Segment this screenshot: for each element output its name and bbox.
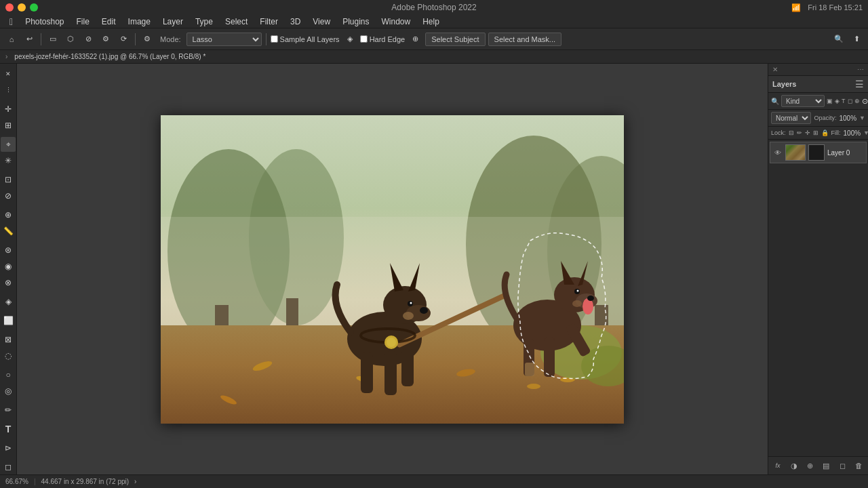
brush-preset-btn[interactable]: ⊘ <box>81 32 96 47</box>
layer-item[interactable]: 👁 Layer 0 <box>770 142 867 163</box>
layers-lock-bar: Lock: ⊟ ✏ ✛ ⊞ 🔒 Fill: 100% ▼ <box>768 127 868 140</box>
layer-thumb-inner <box>786 145 805 160</box>
refresh-btn[interactable]: ⟳ <box>116 32 131 47</box>
minimize-button[interactable] <box>18 3 26 12</box>
menu-window[interactable]: Window <box>376 16 416 28</box>
eraser-tool[interactable]: ⬜ <box>1 313 16 328</box>
fill-value[interactable]: 100% <box>844 129 861 137</box>
layer-mask-btn[interactable]: ◑ <box>788 460 800 472</box>
filter-shape-icon[interactable]: ◻ <box>848 96 852 106</box>
select-subject-button[interactable]: Select Subject <box>425 33 485 46</box>
select-mask-button[interactable]: Select and Mask... <box>488 33 562 46</box>
layer-delete-btn[interactable]: 🗑 <box>852 460 865 472</box>
crop-tool[interactable]: ⊡ <box>1 172 16 187</box>
mode-select[interactable]: Lasso Polygonal Lasso Magnetic Lasso <box>186 33 262 46</box>
lock-label: Lock: <box>771 129 786 136</box>
layers-list: 👁 Layer 0 <box>768 140 868 456</box>
panel-expand-tool[interactable]: ⋮ <box>1 83 16 98</box>
layer-adjustment-btn[interactable]: ⊕ <box>804 460 816 472</box>
menu-select[interactable]: Select <box>220 16 253 28</box>
filter-toggle-btn[interactable]: ⊙ <box>862 96 868 106</box>
menu-plugins[interactable]: Plugins <box>337 16 374 28</box>
close-button[interactable] <box>5 3 14 12</box>
eyedropper-tool[interactable]: ⊕ <box>1 207 16 222</box>
blur-tool[interactable]: ○ <box>1 367 16 382</box>
filter-smart-icon[interactable]: ⊕ <box>854 96 860 106</box>
menu-filter[interactable]: Filter <box>254 16 283 28</box>
menu-edit[interactable]: Edit <box>96 16 121 28</box>
menu-image[interactable]: Image <box>123 16 156 28</box>
fill-arrow[interactable]: ▼ <box>863 129 868 136</box>
move-tool[interactable]: ✛ <box>1 102 16 117</box>
layer-mask-thumbnail[interactable] <box>808 144 825 161</box>
shape-tool[interactable]: ◻ <box>1 460 16 474</box>
hard-edge-checkbox[interactable]: Hard Edge <box>360 35 406 43</box>
filter-pixel-icon[interactable]: ▣ <box>827 96 833 106</box>
bucket-tool[interactable]: ◌ <box>1 348 16 363</box>
dodge-tool[interactable]: ◎ <box>1 384 16 399</box>
healing-tool[interactable]: ⊛ <box>1 243 16 258</box>
layer-effects-btn[interactable]: fx <box>772 460 784 472</box>
toolbar-sep-2 <box>135 33 136 45</box>
share-btn[interactable]: ⬆ <box>849 32 864 47</box>
menu-type[interactable]: Type <box>190 16 218 28</box>
opacity-value[interactable]: 100% <box>840 115 857 122</box>
lock-move-btn[interactable]: ✛ <box>805 128 810 138</box>
panel-close-btn[interactable]: ✕ <box>772 66 778 73</box>
menu-file[interactable]: File <box>71 16 95 28</box>
titlebar-right: 📶 Fri 18 Feb 15:21 <box>791 3 863 12</box>
lasso-tool[interactable]: ⌖ <box>1 137 16 152</box>
artboard-tool[interactable]: ⊞ <box>1 118 16 133</box>
layer-new-btn[interactable]: ◻ <box>836 460 848 472</box>
layers-menu-btn[interactable]: ☰ <box>855 79 864 89</box>
canvas-area[interactable] <box>17 64 768 474</box>
traffic-lights[interactable] <box>5 3 38 12</box>
magic-wand-tool[interactable]: ✳ <box>1 153 16 168</box>
lock-artboard-btn[interactable]: ⊞ <box>813 128 818 138</box>
refine-icon[interactable]: ⊕ <box>408 32 422 47</box>
path-select-tool[interactable]: ⊳ <box>1 441 16 455</box>
lock-transparent-btn[interactable]: ⊟ <box>789 128 794 138</box>
polygon-btn[interactable]: ⬡ <box>63 32 78 47</box>
lock-paint-btn[interactable]: ✏ <box>797 128 802 138</box>
home-button[interactable]: ⌂ <box>4 32 19 47</box>
blend-mode-select[interactable]: Normal Multiply Screen Overlay <box>771 112 811 124</box>
layers-filter-select[interactable]: Kind Name Effect Mode Attribute Color <box>781 95 825 107</box>
gradient-tool[interactable]: ⊠ <box>1 332 16 347</box>
canvas-image[interactable] <box>161 115 624 424</box>
settings-btn[interactable]: ⚙ <box>98 32 113 47</box>
panel-close-tool[interactable]: ✕ <box>1 66 16 81</box>
layer-group-btn[interactable]: ▤ <box>820 460 832 472</box>
apple-menu[interactable]:  <box>4 16 18 27</box>
status-arrow[interactable]: › <box>134 478 136 485</box>
panel-expand-btn[interactable]: ⋯ <box>857 66 864 73</box>
pen-tool[interactable]: ✏ <box>1 403 16 418</box>
gear-btn[interactable]: ⚙ <box>140 32 155 47</box>
rect-marquee-btn[interactable]: ▭ <box>45 32 60 47</box>
slice-tool[interactable]: ⊘ <box>1 188 16 203</box>
history-brush-tool[interactable]: ◈ <box>1 294 16 309</box>
layer-visibility-eye[interactable]: 👁 <box>773 148 783 157</box>
filter-adjust-icon[interactable]: ◈ <box>835 96 840 106</box>
clone-tool[interactable]: ⊗ <box>1 275 16 290</box>
text-tool[interactable]: T <box>1 422 16 436</box>
menu-layer[interactable]: Layer <box>157 16 189 28</box>
layer-thumbnail[interactable] <box>785 144 806 161</box>
menu-photoshop[interactable]: Photoshop <box>20 16 69 28</box>
menu-3d[interactable]: 3D <box>285 16 306 28</box>
menu-view[interactable]: View <box>307 16 336 28</box>
search-btn[interactable]: 🔍 <box>831 32 846 47</box>
opacity-arrow[interactable]: ▼ <box>859 115 865 121</box>
filter-type-icon[interactable]: T <box>842 96 846 106</box>
brush-tool[interactable]: ◉ <box>1 259 16 274</box>
ruler-tool[interactable]: 📏 <box>1 224 16 239</box>
menu-help[interactable]: Help <box>417 16 445 28</box>
maximize-button[interactable] <box>30 3 38 12</box>
sample-all-layers-checkbox[interactable]: Sample All Layers <box>271 35 340 43</box>
lock-all-btn[interactable]: 🔒 <box>821 128 829 138</box>
feather-icon[interactable]: ◈ <box>342 32 357 47</box>
document-tab[interactable]: pexels-jozef-fehér-1633522 (1).jpg @ 66.… <box>10 52 210 62</box>
undo-button[interactable]: ↩ <box>22 32 37 47</box>
svg-point-24 <box>420 307 428 314</box>
datetime: Fri 18 Feb 15:21 <box>808 3 863 12</box>
